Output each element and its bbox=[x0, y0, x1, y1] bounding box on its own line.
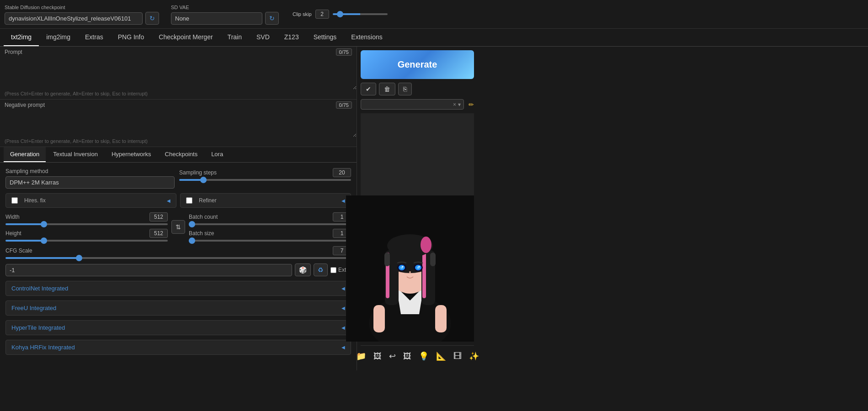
cfg-scale-label: CFG Scale bbox=[5, 248, 32, 254]
tab-z123[interactable]: Z123 bbox=[277, 29, 306, 46]
seed-recycle-btn[interactable]: ♻ bbox=[314, 263, 328, 276]
controlnet-accordion[interactable]: ControlNet Integrated ◀ bbox=[5, 281, 351, 296]
bookmark-btn[interactable]: ✔ bbox=[361, 83, 376, 95]
gen-tab-textual-inversion[interactable]: Textual Inversion bbox=[47, 147, 104, 162]
hires-fix-label: Hires. fix bbox=[24, 197, 46, 204]
hypertile-accordion[interactable]: HyperTile Integrated ◀ bbox=[5, 320, 351, 335]
dims-row: Width 512 Height 512 ⇅ bbox=[5, 212, 351, 242]
height-slider[interactable] bbox=[5, 240, 168, 242]
height-header: Height 512 bbox=[5, 229, 168, 238]
clip-skip-slider[interactable] bbox=[333, 13, 388, 15]
negative-prompt-area: Negative prompt 0/75 (Press Ctrl+Enter t… bbox=[0, 100, 357, 147]
seed-row: 🎲 ♻ Extra bbox=[5, 263, 351, 276]
left-panel: Prompt 0/75 (Press Ctrl+Enter to generat… bbox=[0, 47, 357, 370]
seed-dice-btn[interactable]: 🎲 bbox=[295, 263, 311, 276]
tab-extras[interactable]: Extras bbox=[78, 29, 111, 46]
tool-save-btn[interactable]: 🖼 bbox=[372, 350, 383, 363]
style-clear-btn[interactable]: × bbox=[453, 101, 456, 108]
freeu-accordion[interactable]: FreeU Integrated ◀ bbox=[5, 300, 351, 316]
style-input[interactable] bbox=[364, 101, 451, 108]
tab-settings[interactable]: Settings bbox=[306, 29, 344, 46]
width-value: 512 bbox=[149, 212, 168, 221]
svg-rect-21 bbox=[384, 253, 390, 266]
svg-point-11 bbox=[421, 237, 431, 253]
sampling-method-group: Sampling method DPM++ 2M Karras bbox=[5, 168, 175, 189]
style-pencil-btn[interactable]: ✏ bbox=[469, 101, 474, 108]
checkpoint-dropdown[interactable]: dynavisionXLAllInOneStylized_releaseV061… bbox=[5, 12, 143, 25]
style-input-row: × ▾ bbox=[361, 99, 464, 110]
extra-checkbox[interactable] bbox=[330, 267, 336, 273]
width-label: Width bbox=[5, 214, 20, 220]
vae-label: SD VAE bbox=[171, 5, 189, 10]
tab-train[interactable]: Train bbox=[220, 29, 249, 46]
dims-left: Width 512 Height 512 bbox=[5, 212, 168, 242]
vae-dropdown[interactable]: None bbox=[171, 12, 262, 25]
svg-rect-23 bbox=[373, 305, 385, 332]
svg-rect-9 bbox=[422, 253, 426, 298]
sampling-method-select[interactable]: DPM++ 2M Karras bbox=[5, 176, 175, 189]
tool-measure-btn[interactable]: 📐 bbox=[434, 349, 448, 363]
hires-refiner-row: Hires. fix ◀ Refiner ◀ bbox=[5, 193, 351, 208]
generate-button[interactable]: Generate bbox=[361, 50, 474, 79]
tab-checkpoint-merger[interactable]: Checkpoint Merger bbox=[151, 29, 220, 46]
swap-dims-button[interactable]: ⇅ bbox=[171, 220, 185, 234]
tool-sparkle-btn[interactable]: ✨ bbox=[467, 349, 481, 363]
prompt-textarea[interactable] bbox=[0, 57, 357, 90]
gen-tab-generation[interactable]: Generation bbox=[4, 147, 46, 162]
gen-tabs: Generation Textual Inversion Hypernetwor… bbox=[0, 147, 357, 163]
negative-prompt-textarea[interactable] bbox=[0, 110, 357, 137]
height-group: Height 512 bbox=[5, 229, 168, 242]
tab-img2img[interactable]: img2img bbox=[39, 29, 78, 46]
checkpoint-refresh-btn[interactable]: ↻ bbox=[145, 12, 159, 25]
refiner-arrow-icon: ◀ bbox=[341, 198, 345, 203]
sampling-method-label: Sampling method bbox=[5, 168, 175, 174]
width-header: Width 512 bbox=[5, 212, 168, 221]
tab-svd[interactable]: SVD bbox=[249, 29, 277, 46]
tool-send-btn[interactable]: ↩ bbox=[387, 349, 398, 363]
tool-zip-btn[interactable]: 🖼 bbox=[401, 350, 413, 363]
tool-interrogate-btn[interactable]: 💡 bbox=[417, 349, 431, 363]
sampling-steps-slider[interactable] bbox=[179, 179, 351, 181]
tool-film-btn[interactable]: 🎞 bbox=[452, 350, 463, 363]
prompt-hint: (Press Ctrl+Enter to generate, Alt+Enter… bbox=[0, 91, 357, 99]
top-bar: Stable Diffusion checkpoint dynavisionXL… bbox=[0, 0, 868, 29]
refiner-checkbox[interactable] bbox=[186, 197, 192, 204]
batch-size-slider[interactable] bbox=[189, 240, 351, 242]
trash-btn[interactable]: 🗑 bbox=[379, 83, 395, 95]
vae-refresh-btn[interactable]: ↻ bbox=[265, 12, 279, 25]
copy-btn[interactable]: ⎘ bbox=[398, 83, 412, 95]
gen-tab-hypernetworks[interactable]: Hypernetworks bbox=[105, 147, 158, 162]
right-controls: Generate ✔ 🗑 ⎘ × ▾ ✏ ⛶ bbox=[357, 47, 478, 370]
width-slider[interactable] bbox=[5, 223, 168, 225]
controlnet-arrow-icon: ◀ bbox=[341, 286, 345, 291]
svg-rect-24 bbox=[435, 305, 447, 332]
checkpoint-label: Stable Diffusion checkpoint bbox=[5, 5, 65, 10]
kohya-arrow-icon: ◀ bbox=[341, 345, 345, 350]
tab-txt2img[interactable]: txt2img bbox=[4, 29, 39, 46]
sampling-steps-value: 20 bbox=[333, 168, 351, 177]
generation-panel: Sampling method DPM++ 2M Karras Sampling… bbox=[0, 163, 357, 360]
negative-prompt-hint: (Press Ctrl+Enter to generate, Alt+Enter… bbox=[0, 138, 357, 147]
kohya-label: Kohya HRFix Integrated bbox=[11, 344, 75, 351]
tool-open-folder-btn[interactable]: 📁 bbox=[354, 349, 368, 363]
batch-count-slider[interactable] bbox=[189, 223, 351, 225]
prompt-header: Prompt 0/75 bbox=[0, 47, 357, 57]
seed-input[interactable] bbox=[5, 264, 292, 276]
action-row: ✔ 🗑 ⎘ bbox=[361, 83, 474, 95]
gen-tab-lora[interactable]: Lora bbox=[205, 147, 229, 162]
refiner-label: Refiner bbox=[199, 197, 217, 204]
kohya-accordion[interactable]: Kohya HRFix Integrated ◀ bbox=[5, 340, 351, 355]
style-dropdown-btn[interactable]: ▾ bbox=[458, 101, 461, 108]
style-row: × ▾ ✏ bbox=[361, 99, 474, 110]
controlnet-label: ControlNet Integrated bbox=[11, 285, 68, 292]
freeu-arrow-icon: ◀ bbox=[341, 306, 345, 311]
tab-png-info[interactable]: PNG Info bbox=[111, 29, 152, 46]
svg-point-19 bbox=[419, 266, 420, 268]
hypertile-label: HyperTile Integrated bbox=[11, 324, 65, 331]
tab-extensions[interactable]: Extensions bbox=[344, 29, 389, 46]
gen-tab-checkpoints[interactable]: Checkpoints bbox=[159, 147, 204, 162]
batch-size-group: Batch size 1 bbox=[189, 229, 351, 242]
hires-fix-checkbox[interactable] bbox=[11, 197, 18, 204]
cfg-scale-slider[interactable] bbox=[5, 257, 351, 259]
sampling-row: Sampling method DPM++ 2M Karras Sampling… bbox=[5, 168, 351, 189]
